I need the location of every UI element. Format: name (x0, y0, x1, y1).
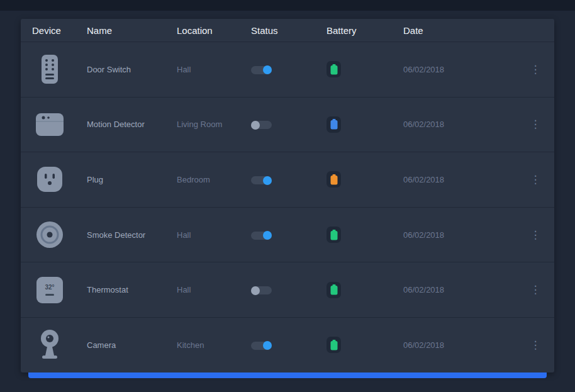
motion-detector-icon (32, 113, 67, 136)
row-menu-button[interactable]: ⋮ (523, 340, 548, 350)
device-date: 06/02/2018 (403, 65, 523, 74)
table-row: Door Switch Hall 06/02/2018 ⋮ (21, 42, 554, 97)
status-toggle[interactable] (251, 121, 272, 129)
table-row: Smoke Detector Hall 06/02/2018 ⋮ (21, 207, 554, 262)
col-header-name: Name (87, 25, 177, 36)
table-row: Plug Bedroom 06/02/2018 ⋮ (21, 152, 554, 207)
col-header-status: Status (251, 25, 327, 36)
row-menu-button[interactable]: ⋮ (523, 64, 548, 75)
device-name: Smoke Detector (87, 230, 177, 240)
col-header-date: Date (403, 25, 523, 36)
device-location: Hall (177, 285, 251, 294)
device-name: Plug (87, 175, 177, 184)
table-row: Motion Detector Living Room 06/02/2018 ⋮ (21, 97, 554, 152)
thermostat-temp-label: 32° (45, 284, 54, 291)
plug-icon (32, 167, 67, 192)
status-toggle[interactable] (251, 232, 272, 240)
battery-indicator (327, 227, 341, 243)
top-window-strip (0, 0, 575, 11)
device-date: 06/02/2018 (403, 175, 523, 184)
device-name: Motion Detector (87, 120, 177, 129)
device-location: Living Room (177, 120, 251, 129)
row-menu-button[interactable]: ⋮ (523, 119, 548, 130)
camera-icon (32, 329, 67, 361)
battery-indicator (327, 337, 341, 353)
device-date: 06/02/2018 (403, 340, 523, 350)
table-row: Camera Kitchen 06/02/2018 ⋮ (21, 317, 554, 372)
device-location: Bedroom (177, 175, 251, 184)
smoke-detector-icon (32, 221, 67, 249)
table-header: Device Name Location Status Battery Date (21, 19, 554, 42)
col-header-device: Device (32, 25, 87, 36)
status-toggle[interactable] (251, 66, 272, 74)
row-menu-button[interactable]: ⋮ (523, 174, 548, 185)
device-location: Kitchen (177, 340, 251, 350)
col-header-location: Location (177, 25, 251, 36)
bottom-accent-bar (28, 372, 547, 378)
row-menu-button[interactable]: ⋮ (523, 284, 548, 295)
device-location: Hall (177, 230, 251, 240)
col-header-battery: Battery (327, 25, 403, 36)
battery-indicator (327, 171, 341, 188)
device-name: Thermostat (87, 285, 177, 294)
device-date: 06/02/2018 (403, 230, 523, 240)
device-location: Hall (177, 65, 251, 74)
device-date: 06/02/2018 (403, 120, 523, 129)
battery-indicator (327, 116, 341, 133)
device-name: Door Switch (87, 65, 177, 74)
battery-indicator (327, 61, 341, 77)
remote-icon (32, 55, 67, 84)
thermostat-icon: 32° (32, 277, 67, 303)
device-date: 06/02/2018 (403, 285, 523, 294)
table-row: 32° Thermostat Hall 06/02/2018 ⋮ (21, 262, 554, 317)
status-toggle[interactable] (251, 286, 272, 294)
device-name: Camera (87, 340, 177, 350)
devices-table-card: Device Name Location Status Battery Date… (21, 19, 554, 372)
row-menu-button[interactable]: ⋮ (523, 230, 548, 240)
status-toggle[interactable] (251, 176, 272, 184)
status-toggle[interactable] (251, 342, 272, 350)
battery-indicator (327, 282, 341, 298)
